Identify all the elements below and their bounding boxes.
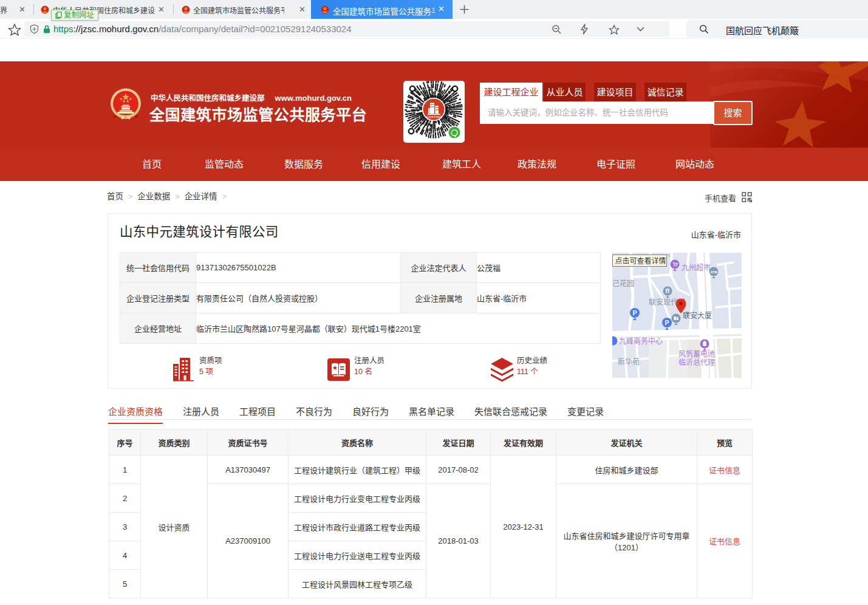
- svg-text:九州超市: 九州超市: [682, 263, 711, 272]
- svg-text:风帆蓄电池: 风帆蓄电池: [678, 349, 715, 358]
- svg-text:P: P: [665, 319, 669, 326]
- svg-text:己花园: 己花园: [612, 279, 634, 288]
- svg-text:全国建筑市场监管: 全国建筑市场监管: [426, 115, 442, 118]
- svg-text:临沂总代理: 临沂总代理: [678, 358, 715, 367]
- svg-text:ATM: ATM: [710, 270, 717, 274]
- svg-text:九峰商务中心: 九峰商务中心: [619, 337, 663, 346]
- svg-text:新华苑: 新华苑: [618, 357, 640, 366]
- svg-text:点击可查看详情: 点击可查看详情: [615, 256, 666, 265]
- svg-text:P: P: [632, 309, 637, 316]
